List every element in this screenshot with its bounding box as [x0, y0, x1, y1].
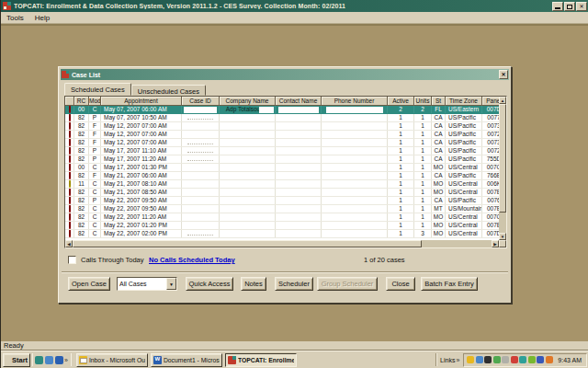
column-header-active[interactable]: Active: [388, 97, 414, 106]
table-body: 00CMay 07, 2007 06:00 AMAdp Totalsource2…: [65, 106, 499, 238]
open-case-button[interactable]: Open Case: [68, 277, 110, 291]
column-header-appointment[interactable]: Appointment: [101, 97, 182, 106]
tray-icon-group: [467, 356, 553, 363]
column-header-time-zone[interactable]: Time Zone: [446, 97, 482, 106]
case-filter-value: All Cases: [118, 278, 166, 290]
table-row[interactable]: 82PMay 17, 2007 11:10 AM11CAUS/Pacific00…: [65, 147, 499, 155]
tray-icon-4[interactable]: [493, 356, 501, 363]
column-header-case-id[interactable]: Case ID: [182, 97, 220, 106]
table-row[interactable]: 82FMay 12, 2007 07:00 AM11CAUS/Pacific00…: [65, 131, 499, 139]
taskbar-divider: [32, 353, 33, 366]
outlook-icon: [79, 356, 87, 364]
case-table: RCModeAppointmentCase IDCompany NameCont…: [64, 96, 507, 248]
quick-launch-bar: [35, 356, 63, 364]
task-button-inbox-microsoft-outlook[interactable]: Inbox - Microsoft Outlook.: [76, 353, 148, 367]
tray-icon-9[interactable]: [537, 356, 544, 363]
case-filter-dropdown[interactable]: All Cases ▼: [117, 277, 177, 291]
dialog-title: Case List: [72, 72, 100, 78]
batch-fax-entry-button[interactable]: Batch Fax Entry: [421, 277, 478, 291]
quick-access-button[interactable]: Quick Access: [186, 277, 233, 291]
dialog-icon: [62, 71, 69, 78]
quick-launch-media-icon[interactable]: [35, 356, 43, 364]
quick-launch-window-icon[interactable]: [45, 356, 53, 364]
scroll-left-icon[interactable]: ◀: [65, 240, 73, 247]
scroll-down-icon[interactable]: ▼: [499, 233, 506, 240]
table-row[interactable]: 82FMay 12, 2007 07:00 AM11CAUS/Pacific00…: [65, 122, 499, 131]
table-row[interactable]: 82CMay 22, 2007 01:20 PM11MOUS/Central00…: [65, 222, 499, 230]
chevron-down-icon[interactable]: ▼: [166, 278, 176, 290]
table-row[interactable]: 82CMay 22, 2007 09:50 AM11MTUS/Mountain0…: [65, 205, 499, 213]
menu-item-tools[interactable]: Tools: [1, 13, 29, 23]
status-dot-red: [69, 131, 71, 138]
close-dialog-button[interactable]: Close: [386, 277, 415, 291]
tray-icon-5[interactable]: [502, 356, 509, 363]
scroll-up-icon[interactable]: ▲: [499, 97, 506, 104]
column-header-st[interactable]: St: [432, 97, 446, 106]
status-dot-red: [69, 213, 71, 221]
window-controls: ✕: [552, 2, 587, 11]
table-row[interactable]: 00CMay 17, 2007 01:30 PM11MOUS/Central00…: [65, 164, 499, 172]
status-dot-red: [69, 139, 71, 146]
column-header-units[interactable]: Units: [414, 97, 432, 106]
start-button[interactable]: Start: [3, 353, 30, 367]
table-row[interactable]: 82PMay 22, 2007 09:50 AM11CAUS/Pacific00…: [65, 197, 499, 205]
table-row[interactable]: 82PMay 17, 2007 11:20 AM11CAUS/Pacific75…: [65, 155, 499, 164]
task-button-topcati-enrollment[interactable]: TOPCATI: Enrollment...: [225, 353, 297, 367]
column-header-status[interactable]: [65, 97, 74, 106]
redacted-case-id: [187, 152, 213, 153]
task-button-document1-microsoft-w[interactable]: Document1 - Microsoft W...: [151, 353, 222, 367]
column-header-phone-number[interactable]: Phone Number: [322, 97, 388, 106]
restore-button[interactable]: [564, 2, 575, 11]
minimize-button[interactable]: [552, 2, 563, 11]
column-header-company-name[interactable]: Company Name: [220, 97, 276, 106]
calls-through-today-checkbox[interactable]: [68, 256, 76, 264]
column-header-panel[interactable]: Panel: [482, 97, 499, 106]
table-row[interactable]: 82CMay 22, 2007 02:00 PM13MOUS/Central00…: [65, 230, 499, 238]
horizontal-scrollbar[interactable]: ◀ ▶: [65, 240, 499, 247]
scheduler-button[interactable]: Scheduler: [275, 277, 313, 291]
scroll-right-icon[interactable]: ▶: [492, 240, 499, 247]
tray-icon-6[interactable]: [511, 356, 518, 363]
table-row[interactable]: 00CMay 07, 2007 06:00 AMAdp Totalsource2…: [65, 106, 499, 114]
close-button[interactable]: ✕: [576, 2, 587, 11]
taskbar-divider: [71, 353, 72, 366]
table-row[interactable]: 82PMay 07, 2007 10:50 AM11CAUS/Pacific00…: [65, 114, 499, 122]
table-row[interactable]: 82FMay 21, 2007 06:00 AM11CAUS/Pacific76…: [65, 172, 499, 180]
group-scheduler-button: Group Scheduler: [317, 277, 378, 291]
notes-button[interactable]: Notes: [241, 277, 266, 291]
table-row[interactable]: 82CMay 22, 2007 11:20 AM11MOUS/Central00…: [65, 213, 499, 222]
column-header-contact-name[interactable]: Contact Name: [276, 97, 322, 106]
column-header-rc[interactable]: RC: [74, 97, 89, 106]
table-row[interactable]: 82FMay 12, 2007 07:00 AM11CAUS/Pacific00…: [65, 139, 499, 147]
taskbar: Start » Inbox - Microsoft Outlook.Docume…: [1, 351, 588, 368]
tray-icon-8[interactable]: [528, 356, 536, 363]
tray-icon-3[interactable]: [484, 356, 492, 363]
links-overflow-icon[interactable]: »: [455, 357, 460, 363]
quick-launch-internet-explorer-icon[interactable]: [55, 356, 63, 364]
dialog-close-icon[interactable]: ✕: [499, 70, 508, 79]
tab-scheduled-cases[interactable]: Scheduled Cases: [64, 83, 131, 96]
dialog-separator: [62, 271, 508, 273]
tray-icon-10[interactable]: [546, 356, 553, 363]
dialog-footer: Calls Through Today No Calls Scheduled T…: [68, 255, 507, 267]
dialog-titlebar[interactable]: Case List ✕: [61, 69, 509, 80]
status-dot-red: [69, 197, 71, 204]
tray-icon-2[interactable]: [476, 356, 483, 363]
vertical-scroll-thumb[interactable]: [499, 104, 506, 213]
quick-launch-overflow-icon[interactable]: »: [63, 357, 69, 363]
status-dot-red: [69, 147, 71, 155]
horizontal-scroll-thumb[interactable]: [73, 240, 422, 247]
status-dot-red: [69, 164, 71, 171]
table-row[interactable]: 82CMay 21, 2007 08:50 AM11MOUS/Central00…: [65, 189, 499, 197]
case-count-label: 1 of 20 cases: [364, 256, 405, 264]
links-toolbar[interactable]: Links »: [436, 353, 463, 366]
vertical-scrollbar[interactable]: ▲ ▼: [499, 97, 506, 240]
menu-item-help[interactable]: Help: [29, 13, 55, 23]
column-header-mode[interactable]: Mode: [89, 97, 101, 106]
tab-unscheduled-cases[interactable]: Unscheduled Cases: [131, 85, 206, 96]
status-dot-red: [69, 155, 71, 163]
tray-icon-7[interactable]: [519, 356, 526, 363]
table-row[interactable]: 11CMay 21, 2007 08:10 AM11MOUS/Central00…: [65, 180, 499, 189]
tray-icon-1[interactable]: [467, 356, 474, 363]
no-calls-scheduled-link[interactable]: No Calls Scheduled Today: [149, 256, 235, 264]
